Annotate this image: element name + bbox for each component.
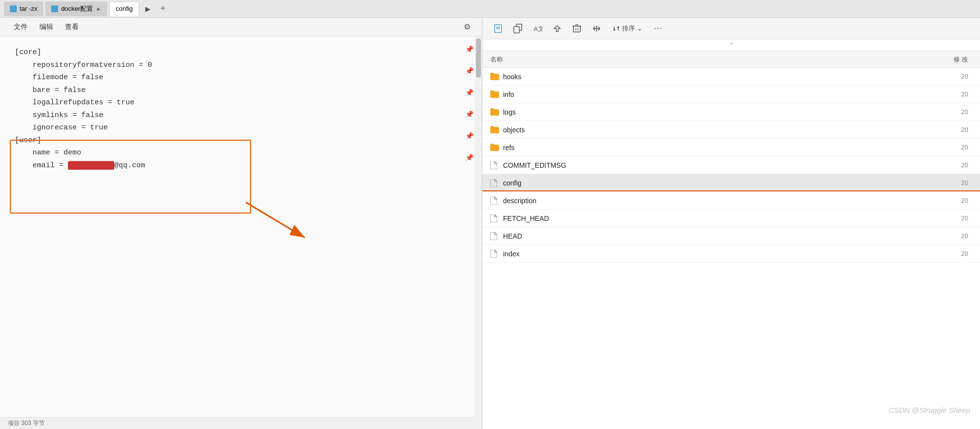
pin-btn-1[interactable]: 📌 [464, 44, 474, 54]
tab-config-label: config [116, 5, 133, 12]
file-modified-refs: 20 [913, 144, 972, 151]
folder-icon [490, 73, 499, 81]
file-name-logs: logs [503, 108, 913, 116]
svg-rect-6 [514, 27, 519, 33]
file-icon [490, 214, 499, 222]
header-name: 名称 [490, 55, 913, 64]
menu-view[interactable]: 查看 [59, 21, 85, 33]
editor-panel: 文件 编辑 查看 ⚙ [core] repositoryformatversio… [0, 18, 482, 429]
folder-icon [490, 126, 499, 134]
file-row-head[interactable]: HEAD 20 [482, 227, 980, 245]
move-button[interactable] [589, 21, 604, 36]
line-user: [user] [15, 134, 467, 147]
file-modified-head: 20 [913, 232, 972, 240]
pin-btn-2[interactable]: 📌 [464, 66, 474, 76]
tab-docker-label: docker配置 [61, 4, 93, 13]
editor-menubar: 文件 编辑 查看 ⚙ [0, 18, 482, 36]
line-logallrefupdates: logallrefupdates = true [15, 96, 467, 109]
pin-btn-4[interactable]: 📌 [464, 109, 474, 119]
file-row-info[interactable]: info 20 [482, 86, 980, 103]
menu-edit[interactable]: 编辑 [33, 21, 59, 33]
file-row-objects[interactable]: objects 20 [482, 121, 980, 139]
svg-line-1 [246, 202, 305, 238]
file-row-description[interactable]: description 20 [482, 192, 980, 210]
line-core: [core] [15, 46, 467, 59]
status-text: 项目 303 字节 [8, 419, 45, 428]
file-modified-logs: 20 [913, 108, 972, 116]
file-icon [490, 232, 499, 240]
tab-docker-icon [51, 5, 58, 12]
pin-btn-3[interactable]: 📌 [464, 88, 474, 97]
collapse-chevron-icon: ⌃ [729, 42, 734, 49]
file-panel: A文 [482, 18, 980, 429]
line-symlinks: symlinks = false [15, 109, 467, 122]
line-bare: bare = false [15, 84, 467, 97]
file-row-commit-editmsg[interactable]: COMMIT_EDITMSG 20 [482, 156, 980, 174]
sort-chevron: ⌄ [637, 25, 642, 32]
file-row-hooks[interactable]: hooks 20 [482, 68, 980, 86]
tab-docker-arrow: ► [96, 6, 101, 12]
status-bar: 项目 303 字节 [0, 417, 482, 429]
line-ignorecase: ignorecase = true [15, 122, 467, 134]
file-row-refs[interactable]: refs 20 [482, 139, 980, 156]
line-email: email = ██████████@qq.com [15, 159, 467, 172]
more-button[interactable]: ··· [650, 21, 666, 36]
sort-button[interactable]: 排序 ⌄ [608, 22, 646, 35]
file-name-objects: objects [503, 126, 913, 134]
file-modified-index: 20 [913, 250, 972, 257]
play-button[interactable]: ▶ [141, 2, 155, 16]
add-tab-button[interactable]: + [157, 3, 169, 15]
file-icon [490, 250, 499, 258]
tab-docker[interactable]: docker配置 ► [45, 1, 107, 16]
editor-content: [core] repositoryformatversion = 0 filem… [0, 36, 482, 417]
file-name-head: HEAD [503, 232, 913, 240]
translate-button[interactable]: A文 [530, 21, 545, 36]
copy-button[interactable] [510, 21, 526, 36]
selected-underline [482, 190, 980, 191]
file-name-hooks: hooks [503, 73, 913, 81]
pin-btn-6[interactable]: 📌 [464, 153, 474, 162]
file-row-logs[interactable]: logs 20 [482, 103, 980, 121]
file-name-info: info [503, 91, 913, 98]
file-list-header: 名称 修 改 [482, 51, 980, 68]
folder-icon [490, 91, 499, 98]
file-name-index: index [503, 250, 913, 258]
line-name: name = demo [15, 147, 467, 159]
file-icon [490, 197, 499, 205]
file-row-fetch-head[interactable]: FETCH_HEAD 20 [482, 210, 980, 227]
folder-icon [490, 108, 499, 116]
file-modified-hooks: 20 [913, 73, 972, 80]
tab-tar[interactable]: tar -zx [4, 1, 43, 16]
tab-bar: tar -zx docker配置 ► config ▶ + [0, 0, 980, 18]
file-icon [490, 179, 499, 187]
main-area: 文件 编辑 查看 ⚙ [core] repositoryformatversio… [0, 18, 980, 429]
pin-btn-5[interactable]: 📌 [464, 131, 474, 141]
svg-text:A文: A文 [534, 25, 542, 32]
pin-column: 📌 📌 📌 📌 📌 📌 [464, 36, 474, 162]
header-modified: 修 改 [913, 55, 972, 64]
file-name-refs: refs [503, 144, 913, 152]
file-modified-fetch-head: 20 [913, 214, 972, 222]
file-name-commit-editmsg: COMMIT_EDITMSG [503, 161, 913, 169]
editor-scrollbar[interactable] [475, 36, 482, 429]
svg-rect-8 [573, 26, 580, 32]
menu-file[interactable]: 文件 [8, 21, 33, 33]
tab-tar-icon [10, 5, 17, 12]
tab-config[interactable]: config [109, 1, 139, 16]
redacted-email: ██████████ [68, 161, 114, 170]
file-modified-objects: 20 [913, 126, 972, 133]
file-row-index[interactable]: index 20 [482, 245, 980, 263]
line-filemode: filemode = false [15, 71, 467, 84]
file-list: hooks 20 info 20 logs 20 [482, 68, 980, 429]
file-row-config[interactable]: config 20 [482, 174, 980, 192]
share-button[interactable] [549, 21, 565, 36]
file-name-description: description [503, 197, 913, 205]
file-modified-commit-editmsg: 20 [913, 161, 972, 169]
collapse-row[interactable]: ⌃ [482, 39, 980, 51]
line-repositoryformatversion: repositoryformatversion = 0 [15, 59, 467, 72]
delete-button[interactable] [569, 21, 585, 36]
file-name-config: config [503, 179, 913, 187]
settings-button[interactable]: ⚙ [460, 20, 474, 34]
tab-tar-label: tar -zx [20, 5, 37, 12]
new-file-button[interactable] [490, 21, 506, 36]
